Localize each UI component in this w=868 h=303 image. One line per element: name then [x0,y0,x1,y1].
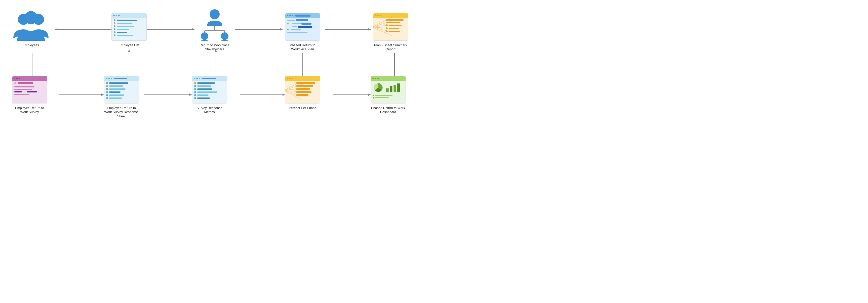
svg-rect-50 [390,86,392,92]
svg-marker-17 [128,49,130,52]
stakeholders-node: Return to Workplace Stakeholders [194,8,235,52]
svg-marker-11 [101,94,104,96]
phased-dashboard-sheet [371,76,406,103]
survey-metrics-label: Survey Response Metrics [192,106,227,114]
phased-plan-sheet [285,13,320,41]
survey-response-sheet-sheet [104,76,139,103]
svg-marker-7 [368,28,371,31]
employees-label: Employees [23,43,39,47]
plan-sheet-label: Plan - Sheet Summary Report [371,43,411,52]
employee-survey-node: Employee Return to Work Survey [12,76,47,114]
svg-point-29 [210,9,220,19]
svg-marker-13 [189,94,192,96]
svg-marker-5 [280,28,283,31]
survey-response-sheet-node: Employee Return to Work Survey Response … [104,76,139,119]
employees-node: Employees [12,8,50,47]
svg-rect-52 [397,83,400,92]
employee-list-node: Employee List [112,13,147,47]
employee-survey-sheet [12,76,47,103]
phased-dashboard-node: Phased Return to Work Dashboard [371,76,406,114]
diagram-canvas: Return to Workplace Stakeholders --> Pha… [3,3,431,149]
stakeholders-icon [196,8,234,41]
phased-plan-node: Phased Return to Workplace Plan [283,13,323,52]
pie-chart-icon [373,82,384,94]
employees-icon [12,8,50,41]
phased-plan-label: Phased Return to Workplace Plan [283,43,323,52]
stakeholders-label: Return to Workplace Stakeholders [194,43,235,52]
percent-phase-node: Percent Per Phase [285,76,320,110]
bar-chart-icon [385,82,404,94]
survey-response-sheet-label: Employee Return to Work Survey Response … [104,106,139,119]
svg-rect-49 [386,88,389,92]
percent-phase-label: Percent Per Phase [289,106,316,110]
plan-sheet-node: Plan - Sheet Summary Report [371,13,411,52]
svg-marker-23 [368,94,371,96]
employee-list-label: Employee List [119,43,140,47]
survey-metrics-sheet [192,76,227,103]
svg-marker-19 [283,94,285,96]
svg-point-34 [201,32,208,40]
percent-phase-sheet [285,76,320,103]
employee-survey-label: Employee Return to Work Survey [12,106,47,114]
svg-point-35 [221,32,228,40]
plan-sheet-sheet [373,13,408,41]
svg-marker-1 [55,28,57,31]
svg-rect-51 [394,85,396,92]
survey-metrics-node: Survey Response Metrics [192,76,227,114]
svg-point-28 [24,11,37,24]
employee-list-sheet [112,13,147,41]
svg-marker-3 [192,28,194,31]
phased-dashboard-label: Phased Return to Work Dashboard [371,106,406,114]
